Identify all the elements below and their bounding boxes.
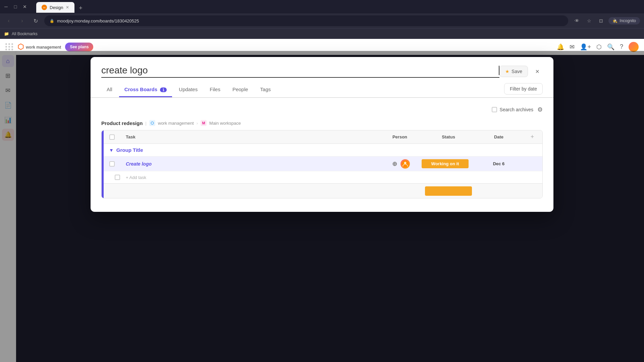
cross-boards-badge: 1 xyxy=(160,87,167,92)
date-value: Dec 6 xyxy=(493,161,505,166)
person-avatar[interactable] xyxy=(400,159,410,169)
incognito-icon: 🕵 xyxy=(612,18,618,23)
work-mgmt-label: work management xyxy=(158,121,194,126)
hide-eye-button[interactable]: 👁 xyxy=(572,16,582,25)
see-plans-button[interactable]: See plans xyxy=(65,43,93,51)
summary-status-cell xyxy=(422,186,475,196)
tab-tags[interactable]: Tags xyxy=(255,84,276,97)
person-cell: ⊕ xyxy=(378,159,422,169)
tab-files[interactable]: Files xyxy=(204,84,226,97)
title-bar: ─ □ ✕ m Design ✕ + xyxy=(0,0,644,13)
col-task-header: Task xyxy=(120,134,378,139)
status-cell: Working on it xyxy=(422,159,475,168)
person-cell-inner: ⊕ xyxy=(378,159,422,169)
maximize-button[interactable]: □ xyxy=(12,3,19,10)
folder-icon: 📁 xyxy=(4,32,9,36)
user-avatar[interactable] xyxy=(629,42,639,52)
close-dialog-button[interactable]: × xyxy=(532,66,543,77)
back-button[interactable]: ‹ xyxy=(4,16,13,25)
tab-people[interactable]: People xyxy=(227,84,254,97)
filter-by-date-button[interactable]: Filter by date xyxy=(504,83,543,95)
search-dialog: create logo ★ Save × All Cross Boards 1 … xyxy=(91,57,553,212)
all-bookmarks-link[interactable]: All Bookmarks xyxy=(12,32,38,36)
star-icon: ★ xyxy=(505,69,509,74)
select-all-checkbox[interactable] xyxy=(109,134,115,140)
add-person-icon[interactable]: ⊕ xyxy=(390,159,399,169)
browser-chrome: ─ □ ✕ m Design ✕ + ‹ › ↻ 🔒 moodjoy.monda… xyxy=(0,0,644,39)
window-controls[interactable]: ─ □ ✕ xyxy=(3,3,28,10)
add-task-checkbox[interactable] xyxy=(115,175,120,180)
url-bar[interactable]: 🔒 moodjoy.monday.com/boards/1830420525 xyxy=(44,15,568,26)
add-task-label[interactable]: + Add task xyxy=(126,175,146,180)
refresh-button[interactable]: ↻ xyxy=(31,16,40,25)
monday-logo: ⬡ work management xyxy=(17,43,61,51)
summary-row xyxy=(104,183,542,198)
app-bar-icons: 🔔 ✉ 👤+ ⬡ 🔍 ? xyxy=(557,42,639,52)
search-archives-text: Search archives xyxy=(500,107,533,112)
search-tabs: All Cross Boards 1 Updates Files People … xyxy=(101,83,543,97)
lock-icon: 🔒 xyxy=(50,19,54,23)
apps-grid-icon[interactable] xyxy=(5,43,13,50)
board-name[interactable]: Product redesign xyxy=(101,120,143,126)
task-name[interactable]: Create logo xyxy=(126,161,152,167)
monday-logo-text: work management xyxy=(26,44,61,50)
close-window-button[interactable]: ✕ xyxy=(21,3,28,10)
incognito-label: Incognito xyxy=(620,18,636,23)
group-header: ▼ Group Title xyxy=(104,144,542,157)
group-title[interactable]: Group Title xyxy=(116,147,143,153)
incognito-badge: 🕵 Incognito xyxy=(608,17,640,24)
tab-title: Design xyxy=(50,5,63,10)
save-label: Save xyxy=(512,69,522,74)
bookmarks-bar: 📁 All Bookmarks xyxy=(0,28,644,39)
table-content: Task Person Status Date + ▼ Group Title xyxy=(104,130,542,198)
search-query-text[interactable]: create logo xyxy=(101,65,498,76)
breadcrumb: Product redesign | ⬡ work management › M… xyxy=(101,120,543,126)
save-button[interactable]: ★ Save xyxy=(499,66,528,77)
group-collapse-icon[interactable]: ▼ xyxy=(109,147,114,153)
sidebar-button[interactable]: ⊡ xyxy=(596,16,606,25)
row-checkbox-col xyxy=(104,161,120,167)
archives-checkbox[interactable] xyxy=(492,107,497,112)
tab-all[interactable]: All xyxy=(101,84,118,97)
global-search-icon[interactable]: 🔍 xyxy=(607,43,614,51)
new-tab-button[interactable]: + xyxy=(76,3,85,13)
browser-actions: 👁 ☆ ⊡ 🕵 Incognito xyxy=(572,16,640,25)
bell-icon[interactable]: 🔔 xyxy=(557,43,564,51)
integrations-icon[interactable]: ⬡ xyxy=(596,43,602,51)
breadcrumb-arrow: › xyxy=(197,121,198,126)
inbox-icon[interactable]: ✉ xyxy=(570,43,575,51)
task-cell: Create logo xyxy=(120,161,378,167)
col-status-header: Status xyxy=(422,134,475,139)
active-tab[interactable]: m Design ✕ xyxy=(36,2,74,13)
help-icon[interactable]: ? xyxy=(620,43,623,50)
row-checkbox[interactable] xyxy=(109,161,115,167)
url-text: moodjoy.monday.com/boards/1830420525 xyxy=(57,18,139,23)
address-bar: ‹ › ↻ 🔒 moodjoy.monday.com/boards/183042… xyxy=(0,13,644,28)
result-section: Product redesign | ⬡ work management › M… xyxy=(101,120,543,198)
product-label: work management xyxy=(26,45,61,50)
minimize-button[interactable]: ─ xyxy=(3,3,9,10)
result-table: Task Person Status Date + ▼ Group Title xyxy=(101,130,543,198)
status-badge[interactable]: Working on it xyxy=(422,159,469,168)
col-date-header: Date xyxy=(475,134,522,139)
tab-close-button[interactable]: ✕ xyxy=(66,5,69,10)
archives-row: Search archives ⚙ xyxy=(101,106,543,113)
col-add-header[interactable]: + xyxy=(522,133,542,140)
workspace-label: Main workspace xyxy=(209,121,241,126)
star-button[interactable]: ☆ xyxy=(584,16,594,25)
tab-cross-boards[interactable]: Cross Boards 1 xyxy=(119,84,172,97)
table-with-accent: Task Person Status Date + ▼ Group Title xyxy=(102,130,542,198)
invite-icon[interactable]: 👤+ xyxy=(580,43,591,51)
work-mgmt-icon: ⬡ xyxy=(149,120,155,126)
tab-updates[interactable]: Updates xyxy=(173,84,203,97)
add-task-checkbox-col xyxy=(109,175,126,180)
add-task-row[interactable]: + Add task xyxy=(104,171,542,183)
forward-button[interactable]: › xyxy=(17,16,27,25)
search-input-row: create logo ★ Save × xyxy=(101,65,543,78)
header-checkbox-col xyxy=(104,134,120,140)
tab-bar: m Design ✕ + xyxy=(34,1,641,13)
summary-status-bar xyxy=(425,186,472,196)
search-archives-label[interactable]: Search archives xyxy=(492,107,533,112)
settings-icon[interactable]: ⚙ xyxy=(537,106,543,113)
breadcrumb-separator: | xyxy=(145,121,146,126)
